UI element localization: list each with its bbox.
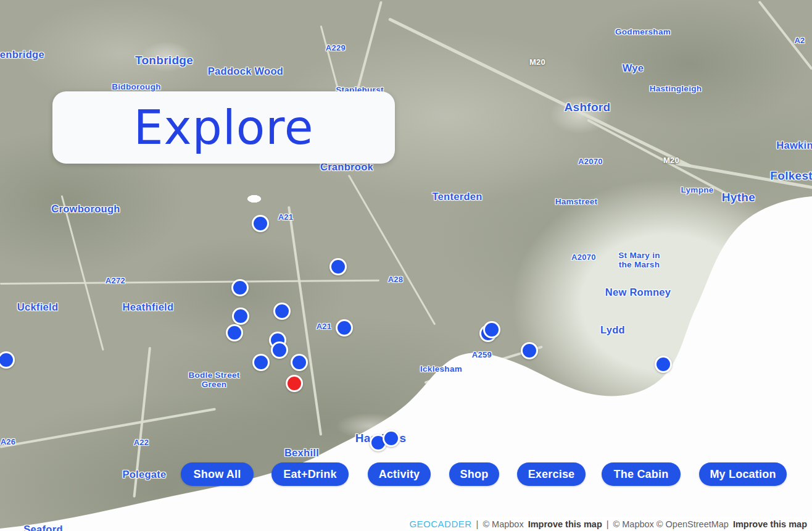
- map-marker-blue[interactable]: [383, 430, 400, 447]
- sea-coastline: [0, 0, 812, 531]
- map-marker-blue[interactable]: [231, 279, 249, 296]
- map-marker-blue[interactable]: [252, 215, 269, 232]
- map-marker-blue[interactable]: [232, 307, 249, 325]
- map-marker-blue[interactable]: [521, 342, 538, 359]
- attribution-separator: |: [607, 519, 609, 529]
- attribution-separator: |: [476, 519, 479, 529]
- map-marker-red[interactable]: [286, 375, 303, 392]
- improve-map-link[interactable]: Improve this map: [528, 519, 602, 529]
- map-marker-blue[interactable]: [329, 258, 347, 275]
- geocadder-link[interactable]: GEOCADDER: [409, 519, 471, 529]
- filter-button-shop[interactable]: Shop: [449, 462, 499, 486]
- map-marker-blue[interactable]: [483, 321, 500, 338]
- mapbox-copyright: © Mapbox: [483, 519, 523, 529]
- map-attribution: GEOCADDER | © Mapbox Improve this map | …: [405, 517, 811, 530]
- map-marker-blue[interactable]: [226, 324, 243, 341]
- map-marker-blue[interactable]: [291, 354, 308, 371]
- filter-button-eat-drink[interactable]: Eat+Drink: [271, 462, 349, 486]
- explore-title-card: Explore: [52, 91, 395, 164]
- osm-copyright: © Mapbox © OpenStreetMap: [613, 519, 729, 529]
- map-marker-blue[interactable]: [336, 319, 353, 337]
- map-marker-blue[interactable]: [655, 356, 672, 373]
- filter-button-the-cabin[interactable]: The Cabin: [602, 462, 681, 486]
- filter-button-exercise[interactable]: Exercise: [517, 462, 586, 486]
- improve-map-link[interactable]: Improve this map: [733, 519, 807, 529]
- filter-button-my-location[interactable]: My Location: [699, 462, 787, 486]
- map-canvas[interactable]: EdenbridgeTonbridgePaddock WoodBidboroug…: [0, 0, 812, 531]
- map-view: EdenbridgeTonbridgePaddock WoodBidboroug…: [0, 0, 812, 531]
- map-marker-blue[interactable]: [252, 354, 270, 371]
- page-title: Explore: [133, 100, 313, 155]
- filter-button-show-all[interactable]: Show All: [181, 462, 254, 486]
- map-marker-blue[interactable]: [273, 303, 291, 320]
- map-marker-blue[interactable]: [271, 341, 288, 359]
- filter-button-activity[interactable]: Activity: [368, 462, 431, 486]
